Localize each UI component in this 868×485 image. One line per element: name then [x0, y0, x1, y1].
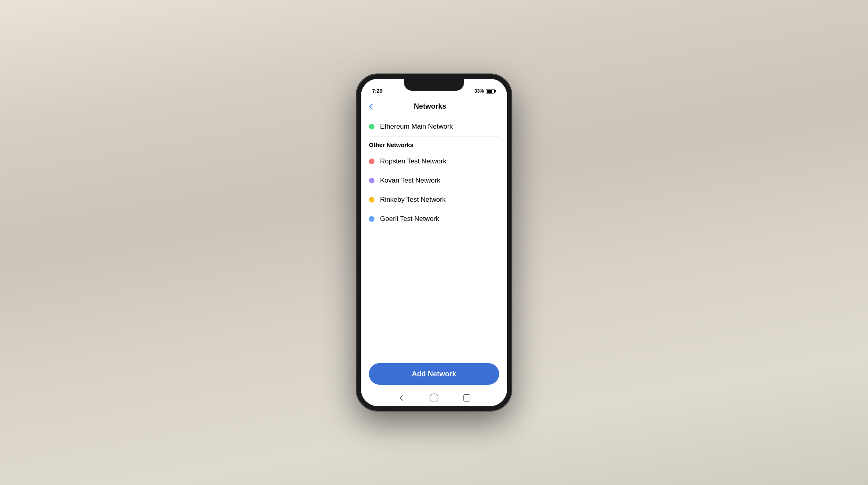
battery-body [486, 89, 495, 93]
section-title: Other Networks [369, 141, 414, 148]
dot-purple-icon [369, 178, 374, 183]
back-gesture-icon[interactable] [395, 392, 407, 404]
network-item-rinkeby[interactable]: Rinkeby Test Network [361, 190, 507, 209]
other-networks-section-header: Other Networks [361, 137, 507, 152]
status-bar: 7:20 33% [361, 79, 507, 96]
network-item-label: Goerli Test Network [380, 215, 439, 223]
page-title: Networks [373, 102, 487, 111]
back-button[interactable] [369, 103, 373, 110]
recent-apps-icon[interactable] [461, 392, 473, 404]
home-gesture-icon[interactable] [428, 392, 440, 404]
battery-tip [495, 90, 496, 92]
home-square [463, 394, 470, 402]
phone-screen: 7:20 33% Networks [361, 79, 507, 406]
network-list: Ethereum Main Network Other Networks Rop… [361, 117, 507, 357]
status-time: 7:20 [372, 88, 382, 94]
network-item-kovan[interactable]: Kovan Test Network [361, 171, 507, 190]
network-item-label: Kovan Test Network [380, 177, 440, 185]
nav-bar: Networks [361, 96, 507, 117]
notch [404, 79, 464, 91]
network-item-label: Ropsten Test Network [380, 157, 446, 165]
screen-content: Ethereum Main Network Other Networks Rop… [361, 117, 507, 393]
home-circle [430, 394, 438, 402]
network-item-ropsten[interactable]: Ropsten Test Network [361, 152, 507, 171]
status-right: 33% [474, 88, 496, 94]
network-item-label: Ethereum Main Network [380, 123, 453, 131]
network-item-ethereum[interactable]: Ethereum Main Network [361, 117, 507, 136]
add-network-button[interactable]: Add Network [369, 363, 499, 385]
dot-blue-icon [369, 216, 374, 222]
dot-yellow-icon [369, 197, 374, 203]
phone-frame: 7:20 33% Networks [356, 74, 512, 411]
dot-green-icon [369, 124, 374, 129]
battery-percent: 33% [474, 88, 484, 94]
network-item-goerli[interactable]: Goerli Test Network [361, 209, 507, 229]
battery-fill [487, 90, 492, 93]
dot-pink-icon [369, 159, 374, 164]
battery-icon [486, 89, 496, 93]
home-bar [361, 393, 507, 406]
network-item-label: Rinkeby Test Network [380, 196, 446, 204]
back-arrow-icon [369, 103, 373, 110]
